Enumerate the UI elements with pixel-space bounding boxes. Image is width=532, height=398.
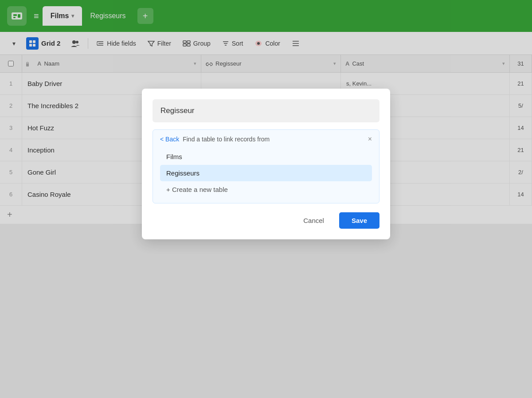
close-link-selector-button[interactable]: × xyxy=(368,135,372,143)
find-table-label: Find a table to link records from xyxy=(183,136,364,143)
save-button[interactable]: Save xyxy=(339,212,379,224)
table-list: FilmsRegisseurs xyxy=(160,148,372,181)
field-name-display: Regisseur xyxy=(153,99,379,122)
link-header: < Back Find a table to link records from… xyxy=(160,135,372,143)
link-table-selector: < Back Find a table to link records from… xyxy=(153,129,379,203)
modal-overlay: Regisseur < Back Find a table to link re… xyxy=(0,0,532,224)
back-button[interactable]: < Back xyxy=(160,136,179,143)
cancel-button[interactable]: Cancel xyxy=(293,212,334,224)
table-option-films[interactable]: Films xyxy=(160,148,372,165)
table-option-regisseurs[interactable]: Regisseurs xyxy=(160,165,372,181)
create-new-table-button[interactable]: + Create a new table xyxy=(160,181,372,198)
modal-footer: Cancel Save xyxy=(153,212,379,224)
field-editor-modal: Regisseur < Back Find a table to link re… xyxy=(142,89,390,224)
